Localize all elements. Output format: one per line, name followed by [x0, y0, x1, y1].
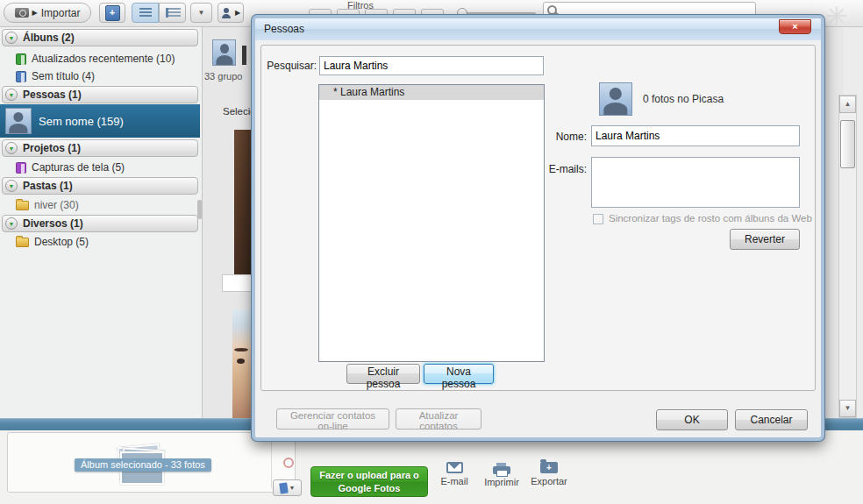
sidebar-item-untitled[interactable]: Sem título (4): [2, 67, 198, 85]
flat-list-icon: [139, 8, 152, 18]
emails-textarea[interactable]: [591, 157, 800, 208]
upload-label-line2: Google Fotos: [311, 482, 427, 495]
clear-tray-icon[interactable]: [283, 458, 294, 468]
tray-box: Álbum selecionado - 33 fotos ▼: [7, 432, 296, 493]
export-label: Exportar: [531, 476, 567, 486]
email-icon: [446, 462, 463, 473]
delete-person-button[interactable]: Excluir pessoa: [346, 364, 420, 384]
import-label: Importar: [41, 7, 81, 19]
person-search-input[interactable]: [319, 56, 544, 75]
upload-google-photos-button[interactable]: Fazer o upload para o Google Fotos: [310, 466, 428, 497]
album-icon: [279, 482, 289, 493]
revert-button[interactable]: Reverter: [730, 229, 800, 250]
tree-list-icon: [166, 8, 181, 18]
sidebar-header-misc[interactable]: ▼ Diversos (1): [2, 215, 198, 232]
disclosure-icon[interactable]: ▼: [5, 32, 18, 44]
name-label: Nome:: [545, 131, 587, 143]
view-options-dropdown[interactable]: ▼: [190, 3, 212, 23]
folder-icon: [16, 238, 29, 247]
album-icon: [16, 162, 26, 174]
person-avatar-icon: [599, 82, 632, 116]
sidebar-scrollbar-thumb[interactable]: [197, 200, 202, 219]
disclosure-icon[interactable]: ▼: [5, 142, 18, 154]
export-button[interactable]: + Exportar: [530, 462, 568, 493]
chevron-down-icon: ▼: [198, 9, 205, 17]
dialog-title: Pessoas: [264, 23, 304, 35]
sync-checkbox-label: Sincronizar tags de rosto com álbuns da …: [609, 213, 812, 224]
view-tree-button[interactable]: [159, 3, 186, 23]
album-icon: [16, 71, 26, 82]
item-label: niver (30): [34, 199, 79, 211]
disclosure-icon[interactable]: ▼: [5, 89, 18, 101]
sidebar-item-niver[interactable]: niver (30): [2, 196, 198, 214]
photo-count-text: 0 fotos no Picasa: [643, 93, 724, 105]
album-icon: [16, 53, 26, 65]
heading-letter-fragment: [242, 46, 246, 65]
play-icon: ▶: [32, 9, 38, 17]
photo-thumbnail[interactable]: [234, 130, 253, 274]
email-button[interactable]: E-mail: [435, 462, 474, 493]
ok-button[interactable]: OK: [656, 409, 728, 430]
print-button[interactable]: Imprimir: [482, 462, 521, 493]
search-label: Pesquisar:: [266, 60, 317, 72]
group-count-text: 33 grupo: [204, 71, 242, 82]
sidebar-item-unnamed-selected[interactable]: Sem nome (159): [0, 104, 200, 138]
caption-input[interactable]: [222, 274, 253, 292]
manage-contacts-button[interactable]: Gerenciar contatos on-line: [276, 408, 389, 429]
divider: [271, 438, 272, 488]
name-input[interactable]: [591, 125, 800, 146]
upload-label-line1: Fazer o upload para o: [311, 469, 427, 482]
printer-icon: [493, 466, 510, 474]
header-label: Pastas (1): [23, 180, 73, 192]
sidebar-header-projects[interactable]: ▼ Projetos (1): [2, 139, 198, 157]
list-item-selected[interactable]: * Laura Martins: [319, 85, 544, 100]
chevron-down-icon: ▼: [289, 485, 296, 491]
close-button[interactable]: ×: [779, 19, 811, 34]
sync-checkbox[interactable]: [593, 214, 603, 224]
header-label: Projetos (1): [23, 142, 81, 154]
item-label: Atualizados recentemente (10): [32, 53, 175, 65]
album-selected-badge: Álbum selecionado - 33 fotos: [75, 458, 211, 472]
main-scrollbar[interactable]: ▲ ▼: [838, 95, 857, 418]
sidebar-header-albums[interactable]: ▼ Álbuns (2): [2, 29, 198, 46]
photo-thumbnail[interactable]: [232, 309, 253, 418]
print-label: Imprimir: [484, 477, 519, 487]
view-flat-button[interactable]: [132, 3, 159, 23]
search-icon: [547, 5, 557, 15]
disclosure-icon[interactable]: ▼: [5, 217, 18, 230]
play-icon: ▶: [235, 9, 240, 17]
dialog-body: Pesquisar: * Laura Martins Excluir pesso…: [255, 40, 821, 437]
add-album-icon: +: [105, 5, 120, 21]
sidebar-item-desktop[interactable]: Desktop (5): [2, 233, 198, 251]
new-person-button[interactable]: Nova pessoa: [424, 364, 494, 384]
people-list[interactable]: * Laura Martins: [318, 84, 545, 362]
add-album-button[interactable]: +: [99, 3, 125, 23]
item-label: Sem título (4): [32, 70, 95, 82]
dialog-titlebar[interactable]: Pessoas ×: [255, 18, 821, 40]
person-avatar-icon: [212, 39, 236, 66]
sidebar-header-people[interactable]: ▼ Pessoas (1): [2, 86, 198, 103]
item-label: Capturas de tela (5): [32, 161, 125, 174]
scrollbar-thumb[interactable]: [840, 120, 855, 168]
email-label: E-mail: [440, 476, 467, 486]
person-icon: [221, 8, 232, 18]
sidebar-item-recently-updated[interactable]: Atualizados recentemente (10): [2, 50, 198, 67]
scroll-up-button[interactable]: ▲: [839, 96, 856, 113]
export-folder-icon: +: [540, 462, 558, 473]
cancel-button[interactable]: Cancelar: [735, 409, 808, 430]
item-label: Sem nome (159): [39, 115, 124, 128]
sidebar-item-screenshots[interactable]: Capturas de tela (5): [2, 159, 198, 176]
header-label: Diversos (1): [23, 217, 83, 230]
disclosure-icon[interactable]: ▼: [5, 180, 18, 192]
import-button[interactable]: ▶ Importar: [4, 3, 91, 23]
scroll-down-button[interactable]: ▼: [839, 400, 856, 417]
update-contacts-button[interactable]: Atualizar contatos: [396, 408, 481, 429]
item-label: Desktop (5): [34, 236, 89, 248]
people-button[interactable]: ▶: [218, 3, 244, 23]
people-dialog: Pessoas × Pesquisar: * Laura Martins Exc…: [252, 15, 824, 441]
emails-label: E-mails:: [538, 163, 587, 175]
add-to-album-button[interactable]: ▼: [273, 479, 302, 496]
header-label: Pessoas (1): [23, 89, 82, 101]
header-label: Álbuns (2): [23, 32, 75, 44]
sidebar-header-folders[interactable]: ▼ Pastas (1): [2, 177, 198, 195]
